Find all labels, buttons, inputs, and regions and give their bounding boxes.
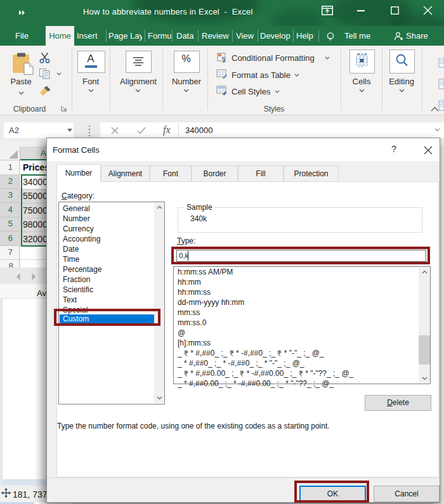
svg-text:≠: ≠ [223,58,226,63]
